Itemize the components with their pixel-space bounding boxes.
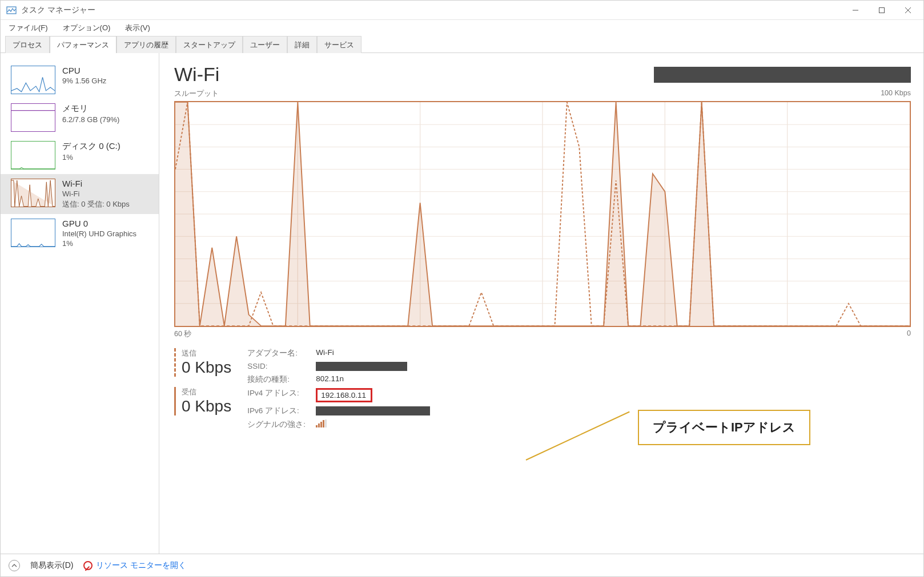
window-title: タスク マネージャー [21, 5, 95, 15]
sidebar-label: ディスク 0 (C:) [62, 141, 120, 152]
detail-grid: アダプター名: Wi-Fi SSID: 接続の種類: 802.11n IPv4 … [247, 348, 436, 430]
tab-startup[interactable]: スタートアップ [176, 36, 243, 53]
ssid-label: SSID: [247, 362, 316, 371]
open-resource-monitor-link[interactable]: リソース モニターを開く [83, 560, 186, 571]
sidebar-item-wifi[interactable]: Wi-Fi Wi-Fi 送信: 0 受信: 0 Kbps [1, 174, 159, 214]
tab-details[interactable]: 詳細 [287, 36, 317, 53]
ipv6-label: IPv6 アドレス: [247, 406, 316, 416]
menu-view[interactable]: 表示(V) [122, 21, 153, 35]
chart-axis-right: 0 [907, 329, 911, 339]
send-value: 0 Kbps [182, 358, 231, 377]
sidebar-item-gpu[interactable]: GPU 0 Intel(R) UHD Graphics 1% [1, 214, 159, 252]
main-header: Wi-Fi [174, 63, 911, 86]
task-manager-window: タスク マネージャー ファイル(F) オプション(O) 表示(V) プロセス パ… [0, 0, 924, 577]
recv-value: 0 Kbps [182, 397, 231, 415]
disk-thumb [11, 141, 55, 170]
sidebar-sub: 9% 1.56 GHz [62, 76, 106, 85]
menu-bar: ファイル(F) オプション(O) 表示(V) [1, 20, 923, 36]
chart-caption: スループット 100 Kbps [174, 89, 911, 99]
close-button[interactable] [895, 2, 921, 19]
sidebar-item-cpu[interactable]: CPU 9% 1.56 GHz [1, 61, 159, 99]
chart-caption-left: スループット [174, 89, 219, 99]
conn-label: 接続の種類: [247, 374, 316, 385]
sidebar-sub: Intel(R) UHD Graphics [62, 229, 136, 238]
ssid-value [316, 362, 436, 371]
cpu-thumb [11, 66, 55, 94]
sidebar-item-disk[interactable]: ディスク 0 (C:) 1% [1, 136, 159, 174]
maximize-button[interactable] [869, 2, 895, 19]
adapter-value: Wi-Fi [316, 348, 436, 358]
sidebar-sub2: 送信: 0 受信: 0 Kbps [62, 199, 130, 209]
tab-bar: プロセス パフォーマンス アプリの履歴 スタートアップ ユーザー 詳細 サービス [1, 36, 923, 53]
sidebar-sub: 1% [62, 153, 120, 162]
tab-performance[interactable]: パフォーマンス [50, 36, 116, 53]
signal-value [316, 419, 436, 430]
throughput-chart [174, 101, 911, 327]
minimize-button[interactable] [842, 2, 869, 19]
page-title: Wi-Fi [174, 63, 219, 86]
tab-app-history[interactable]: アプリの履歴 [116, 36, 176, 53]
recv-label: 受信 [182, 387, 231, 397]
ssid-redacted [316, 362, 407, 371]
tab-processes[interactable]: プロセス [5, 36, 50, 53]
chart-axis-left: 60 秒 [174, 329, 191, 339]
signal-bars-icon [316, 419, 327, 427]
main-panel: Wi-Fi スループット 100 Kbps 60 秒 0 送信 0 Kbps [159, 53, 923, 554]
signal-label: シグナルの強さ: [247, 419, 316, 430]
menu-options[interactable]: オプション(O) [59, 21, 114, 35]
chart-svg [175, 102, 910, 326]
stat-send: 送信 0 Kbps [174, 348, 231, 377]
sidebar-sub: Wi-Fi [62, 189, 130, 198]
app-icon [6, 5, 17, 15]
ipv4-value: 192.168.0.11 [316, 388, 372, 402]
conn-value: 802.11n [316, 374, 436, 385]
sidebar-sub2: 1% [62, 239, 136, 248]
body: CPU 9% 1.56 GHz メモリ 6.2/7.8 GB (79%) [1, 53, 923, 554]
resmon-label: リソース モニターを開く [96, 560, 186, 571]
resource-monitor-icon [83, 561, 93, 570]
memory-thumb [11, 103, 55, 132]
tab-users[interactable]: ユーザー [243, 36, 287, 53]
ipv4-value-cell: 192.168.0.11 [316, 388, 436, 402]
chart-caption-right: 100 Kbps [881, 89, 911, 99]
sidebar-sub: 6.2/7.8 GB (79%) [62, 115, 119, 124]
adapter-label: アダプター名: [247, 348, 316, 358]
title-bar: タスク マネージャー [1, 1, 923, 20]
ipv6-redacted [316, 406, 430, 415]
svg-rect-2 [879, 7, 885, 13]
sidebar-label: Wi-Fi [62, 179, 130, 188]
sidebar-label: CPU [62, 66, 106, 75]
tab-services[interactable]: サービス [317, 36, 361, 53]
sidebar-label: メモリ [62, 103, 119, 114]
adapter-description-redacted [654, 67, 911, 83]
chart-axis: 60 秒 0 [174, 329, 911, 339]
ipv6-value [316, 406, 436, 416]
send-label: 送信 [182, 348, 231, 358]
callout-private-ip: プライベートIPアドレス [638, 410, 810, 445]
wifi-thumb [11, 179, 55, 207]
fewer-details-button[interactable]: 簡易表示(D) [30, 560, 73, 571]
chevron-up-icon[interactable] [9, 560, 20, 571]
sidebar-label: GPU 0 [62, 219, 136, 228]
bottom-bar: 簡易表示(D) リソース モニターを開く [1, 554, 923, 576]
callout-text: プライベートIPアドレス [653, 420, 796, 434]
sidebar: CPU 9% 1.56 GHz メモリ 6.2/7.8 GB (79%) [1, 53, 159, 554]
ipv4-label: IPv4 アドレス: [247, 388, 316, 402]
menu-file[interactable]: ファイル(F) [5, 21, 51, 35]
stat-receive: 受信 0 Kbps [174, 387, 231, 415]
gpu-thumb [11, 219, 55, 247]
sidebar-item-memory[interactable]: メモリ 6.2/7.8 GB (79%) [1, 99, 159, 136]
